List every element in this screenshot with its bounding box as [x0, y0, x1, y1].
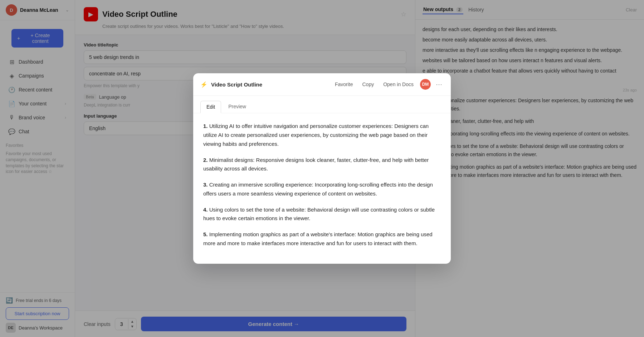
modal-item-1: 1. Utilizing AI to offer intuitive navig… — [203, 122, 441, 148]
modal-dialog: ⚡ Video Script Outline Favorite Copy Ope… — [193, 73, 451, 263]
modal-tab-preview[interactable]: Preview — [223, 101, 252, 113]
open-in-docs-button[interactable]: Open in Docs — [380, 80, 416, 89]
modal-tool-icon: ⚡ — [200, 81, 208, 88]
modal-title: Video Script Outline — [211, 81, 328, 88]
copy-button[interactable]: Copy — [359, 80, 377, 89]
modal-header: ⚡ Video Script Outline Favorite Copy Ope… — [193, 73, 451, 96]
favorite-button[interactable]: Favorite — [332, 80, 356, 89]
modal-tabs: Edit Preview — [193, 96, 451, 113]
modal-item-4: 4. Using colors to set the tone of a web… — [203, 205, 441, 223]
modal-item-5: 5. Implementing motion graphics as part … — [203, 230, 441, 248]
modal-item-2: 2. Minimalist designs: Responsive design… — [203, 156, 441, 174]
modal-item-3: 3. Creating an immersive scrolling exper… — [203, 180, 441, 198]
modal-overlay[interactable]: ⚡ Video Script Outline Favorite Copy Ope… — [0, 0, 644, 337]
more-options-icon[interactable]: ⋯ — [434, 79, 444, 90]
modal-body: 1. Utilizing AI to offer intuitive navig… — [193, 113, 451, 263]
modal-tab-edit[interactable]: Edit — [200, 101, 221, 113]
modal-user-avatar: DM — [420, 79, 431, 90]
